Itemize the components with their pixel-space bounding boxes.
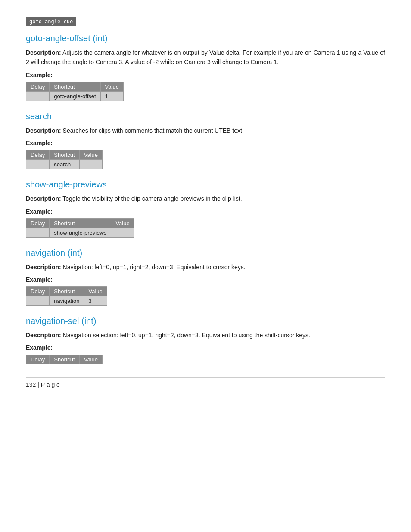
section-description-goto-angle-offset: Description: Adjusts the camera angle fo…	[26, 48, 385, 67]
table-row: show-angle-previews	[26, 228, 134, 237]
table-cell	[111, 228, 134, 237]
section-title-navigation: navigation (int)	[26, 248, 385, 258]
section-description-show-angle-previews: Description: Toggle the visibility of th…	[26, 194, 385, 203]
table-cell	[26, 228, 50, 237]
table-row: goto-angle-offset1	[26, 91, 124, 101]
table-search: DelayShortcutValuesearch	[26, 150, 103, 169]
section-show-angle-previews: show-angle-previewsDescription: Toggle t…	[26, 180, 385, 237]
table-row: search	[26, 160, 103, 169]
table-cell	[26, 296, 50, 305]
table-header: Value	[79, 355, 102, 364]
section-navigation-sel: navigation-sel (int)Description: Navigat…	[26, 316, 385, 364]
table-row: navigation3	[26, 296, 107, 305]
table-header: Delay	[26, 355, 50, 364]
table-header: Delay	[26, 150, 50, 160]
table-cell: show-angle-previews	[50, 228, 111, 237]
table-navigation-sel: DelayShortcutValue	[26, 355, 103, 364]
section-description-search: Description: Searches for clips with com…	[26, 126, 385, 135]
example-label-goto-angle-offset: Example:	[26, 72, 385, 78]
table-header: Value	[79, 150, 102, 160]
example-label-navigation: Example:	[26, 276, 385, 283]
table-cell: goto-angle-offset	[50, 91, 100, 101]
codebox-goto-angle-cue: goto-angle-cue	[26, 17, 76, 26]
table-cell: 1	[100, 91, 123, 101]
footer-divider	[26, 377, 385, 378]
table-navigation: DelayShortcutValuenavigation3	[26, 286, 107, 306]
table-header: Shortcut	[50, 150, 79, 160]
page-separator: |	[37, 381, 41, 388]
table-show-angle-previews: DelayShortcutValueshow-angle-previews	[26, 218, 134, 238]
section-navigation: navigation (int)Description: Navigation:…	[26, 248, 385, 306]
example-label-search: Example:	[26, 140, 385, 146]
table-header: Value	[111, 218, 134, 228]
table-header: Shortcut	[50, 218, 111, 228]
section-title-goto-angle-offset: goto-angle-offset (int)	[26, 34, 385, 44]
table-header: Delay	[26, 218, 50, 228]
table-header: Shortcut	[50, 82, 100, 91]
table-header: Value	[84, 286, 107, 296]
table-header: Delay	[26, 286, 50, 296]
section-title-show-angle-previews: show-angle-previews	[26, 180, 385, 190]
page-number: 132	[26, 381, 36, 388]
table-goto-angle-offset: DelayShortcutValuegoto-angle-offset1	[26, 82, 124, 101]
table-header: Delay	[26, 82, 50, 91]
section-title-search: search	[26, 112, 385, 121]
table-cell	[26, 160, 50, 169]
table-cell	[26, 91, 50, 101]
table-cell	[79, 160, 102, 169]
table-header: Shortcut	[50, 286, 84, 296]
section-description-navigation-sel: Description: Navigation selection: left=…	[26, 330, 385, 340]
table-header: Shortcut	[50, 355, 79, 364]
example-label-navigation-sel: Example:	[26, 344, 385, 351]
page-footer: 132 | P a g e	[26, 381, 385, 388]
example-label-show-angle-previews: Example:	[26, 208, 385, 215]
section-title-navigation-sel: navigation-sel (int)	[26, 316, 385, 326]
table-cell: 3	[84, 296, 107, 305]
section-goto-angle-offset: goto-angle-offset (int)Description: Adju…	[26, 34, 385, 101]
section-description-navigation: Description: Navigation: left=0, up=1, r…	[26, 262, 385, 272]
page-label: P a g e	[41, 381, 60, 388]
section-search: searchDescription: Searches for clips wi…	[26, 112, 385, 169]
table-header: Value	[100, 82, 123, 91]
table-cell: navigation	[50, 296, 84, 305]
table-cell: search	[50, 160, 79, 169]
